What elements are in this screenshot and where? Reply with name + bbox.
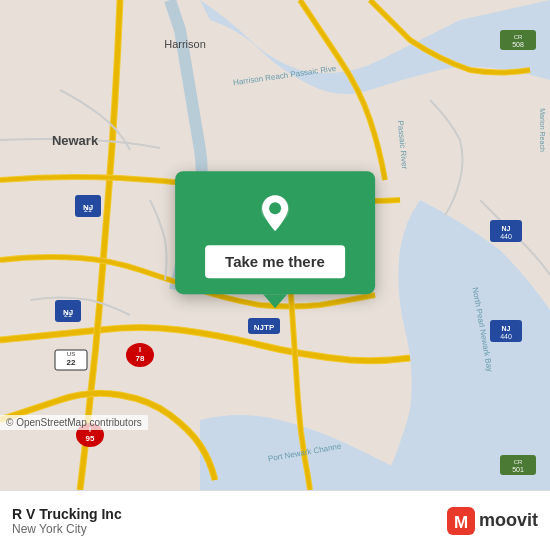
moovit-brand-name: moovit — [479, 510, 538, 531]
svg-text:CR: CR — [514, 459, 523, 465]
popup-card: Take me there — [175, 171, 375, 294]
map-container: NJ 21 NJ 21 I 78 I 95 US 22 NJTP NJ 440 … — [0, 0, 550, 490]
svg-text:78: 78 — [136, 354, 145, 363]
location-pin-icon — [253, 191, 297, 235]
footer-info: R V Trucking Inc New York City — [12, 506, 122, 536]
svg-text:I: I — [139, 346, 141, 353]
svg-text:Newark: Newark — [52, 133, 99, 148]
svg-text:NJTP: NJTP — [254, 323, 275, 332]
svg-text:501: 501 — [512, 466, 524, 473]
moovit-logo: M moovit — [447, 507, 538, 535]
svg-text:CR: CR — [514, 34, 523, 40]
svg-text:Marion Reach: Marion Reach — [539, 108, 546, 152]
svg-text:22: 22 — [67, 358, 76, 367]
svg-text:M: M — [454, 513, 468, 532]
copyright-notice: © OpenStreetMap contributors — [0, 415, 148, 430]
moovit-brand-icon: M — [447, 507, 475, 535]
svg-text:440: 440 — [500, 333, 512, 340]
location-subtitle: New York City — [12, 522, 122, 536]
svg-text:508: 508 — [512, 41, 524, 48]
svg-text:440: 440 — [500, 233, 512, 240]
svg-text:US: US — [67, 351, 75, 357]
svg-text:Harrison: Harrison — [164, 38, 206, 50]
svg-point-38 — [269, 202, 281, 214]
take-me-there-button[interactable]: Take me there — [205, 245, 345, 278]
footer-bar: R V Trucking Inc New York City M moovit — [0, 490, 550, 550]
svg-text:21: 21 — [84, 206, 92, 213]
svg-text:NJ: NJ — [502, 325, 511, 332]
svg-text:NJ: NJ — [502, 225, 511, 232]
svg-text:95: 95 — [86, 434, 95, 443]
svg-text:21: 21 — [64, 311, 72, 318]
location-title: R V Trucking Inc — [12, 506, 122, 522]
